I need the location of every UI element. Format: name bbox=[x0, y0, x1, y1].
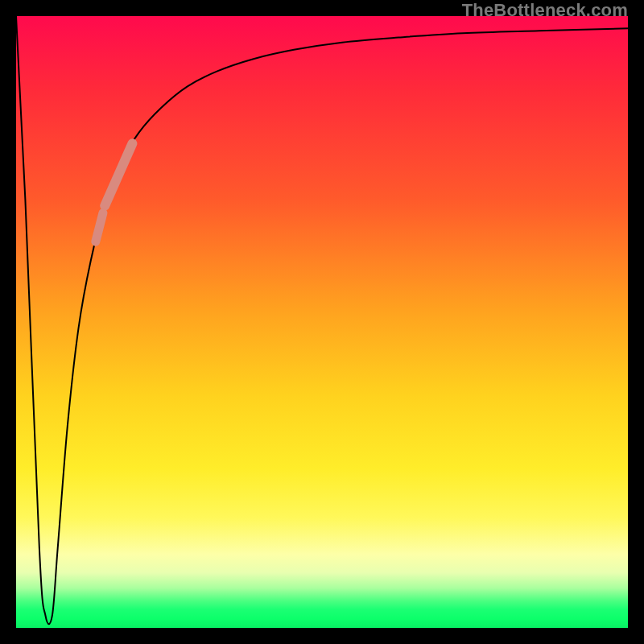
watermark-text: TheBottleneck.com bbox=[462, 0, 628, 21]
bottleneck-curve bbox=[16, 16, 628, 624]
highlight-marker-short-icon bbox=[96, 213, 103, 242]
plot-area bbox=[16, 16, 628, 628]
curve-layer bbox=[16, 16, 628, 628]
chart-stage: TheBottleneck.com bbox=[0, 0, 644, 644]
highlight-marker-long-icon bbox=[105, 143, 132, 205]
